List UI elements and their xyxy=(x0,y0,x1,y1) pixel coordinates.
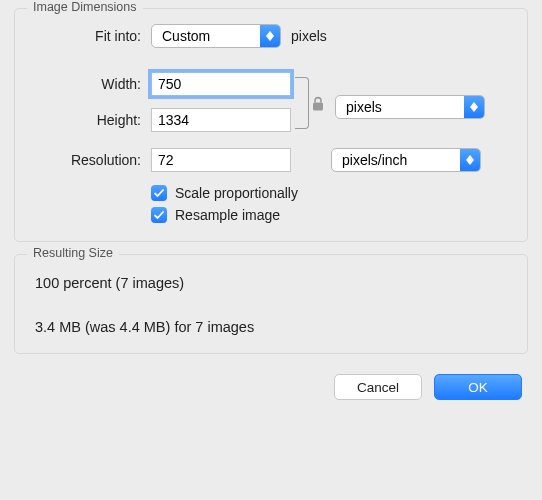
height-input[interactable] xyxy=(151,108,291,132)
updown-arrows-icon xyxy=(460,149,480,171)
fit-into-row: Fit into: Custom pixels xyxy=(31,23,511,49)
link-bracket xyxy=(295,71,329,143)
resolution-input[interactable] xyxy=(151,148,291,172)
checkbox-checked-icon xyxy=(151,207,167,223)
resolution-unit-select-value: pixels/inch xyxy=(332,152,460,168)
width-label: Width: xyxy=(31,76,151,92)
width-height-block: Width: Height: pixels xyxy=(31,71,511,143)
result-size-line: 3.4 MB (was 4.4 MB) for 7 images xyxy=(31,313,511,341)
resolution-label: Resolution: xyxy=(31,152,151,168)
fit-into-unit: pixels xyxy=(291,28,327,44)
fit-into-select[interactable]: Custom xyxy=(151,24,281,48)
scale-proportionally-label: Scale proportionally xyxy=(175,185,298,201)
result-percent-line: 100 percent (7 images) xyxy=(31,269,511,297)
wh-unit-select[interactable]: pixels xyxy=(335,95,485,119)
resolution-row: Resolution: pixels/inch xyxy=(31,147,511,173)
scale-proportionally-checkbox[interactable]: Scale proportionally xyxy=(151,185,511,201)
width-row: Width: xyxy=(31,71,291,97)
dialog-button-bar: Cancel OK xyxy=(14,366,528,400)
updown-arrows-icon xyxy=(464,96,484,118)
checkbox-checked-icon xyxy=(151,185,167,201)
resample-image-label: Resample image xyxy=(175,207,280,223)
cancel-button[interactable]: Cancel xyxy=(334,374,422,400)
width-input[interactable] xyxy=(151,72,291,96)
fit-into-select-value: Custom xyxy=(152,28,260,44)
updown-arrows-icon xyxy=(260,25,280,47)
ok-button[interactable]: OK xyxy=(434,374,522,400)
wh-unit-select-value: pixels xyxy=(336,99,464,115)
image-dimensions-title: Image Dimensions xyxy=(27,0,143,14)
cancel-button-label: Cancel xyxy=(357,380,399,395)
ok-button-label: OK xyxy=(468,380,488,395)
resample-image-checkbox[interactable]: Resample image xyxy=(151,207,511,223)
resolution-unit-select[interactable]: pixels/inch xyxy=(331,148,481,172)
fit-into-label: Fit into: xyxy=(31,28,151,44)
resulting-size-title: Resulting Size xyxy=(27,246,119,260)
svg-rect-0 xyxy=(313,103,323,111)
height-label: Height: xyxy=(31,112,151,128)
resulting-size-group: Resulting Size 100 percent (7 images) 3.… xyxy=(14,254,528,354)
height-row: Height: xyxy=(31,107,291,133)
image-dimensions-group: Image Dimensions Fit into: Custom pixels… xyxy=(14,8,528,242)
lock-icon[interactable] xyxy=(311,96,325,115)
